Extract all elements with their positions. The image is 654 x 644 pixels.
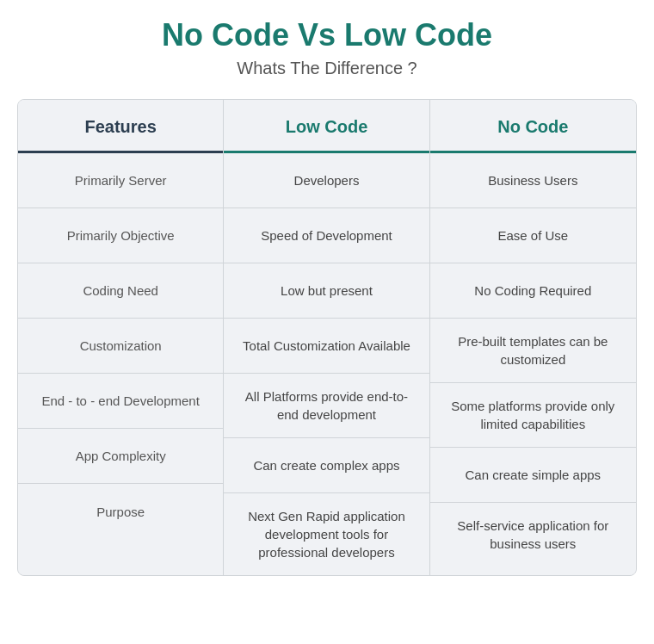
features-header: Features [18,100,223,153]
nocode-column: No Code Business Users Ease of Use No Co… [430,100,636,575]
nocode-row-4: Pre-built templates can be customized [430,319,636,383]
lowcode-row-4: Total Customization Available [224,319,429,374]
page-container: No Code Vs Low Code Whats The Difference… [17,17,637,576]
lowcode-row-7: Next Gen Rapid application development t… [224,493,429,575]
nocode-row-6: Can create simple apps [430,448,636,503]
feature-row-4: Customization [18,319,223,374]
lowcode-header: Low Code [224,100,429,153]
nocode-row-2: Ease of Use [430,208,636,263]
nocode-row-7: Self-service application for business us… [430,503,636,567]
lowcode-row-6: Can create complex apps [224,438,429,493]
feature-row-6: App Complexity [18,429,223,484]
feature-row-1: Primarily Server [18,153,223,208]
feature-row-3: Coding Need [18,263,223,319]
lowcode-row-3: Low but present [224,263,429,319]
feature-row-5: End - to - end Development [18,374,223,429]
subtitle: Whats The Difference ? [17,59,637,78]
nocode-row-1: Business Users [430,153,636,208]
lowcode-row-2: Speed of Development [224,208,429,263]
lowcode-row-5: All Platforms provide end-to-end develop… [224,374,429,438]
lowcode-row-1: Developers [224,153,429,208]
nocode-row-5: Some platforms provide only limited capa… [430,383,636,448]
nocode-header: No Code [430,100,636,153]
title-section: No Code Vs Low Code Whats The Difference… [17,17,637,78]
nocode-row-3: No Coding Required [430,263,636,319]
main-title: No Code Vs Low Code [17,17,637,53]
features-column: Features Primarily Server Primarily Obje… [18,100,224,575]
feature-row-2: Primarily Objective [18,208,223,263]
feature-row-7: Purpose [18,484,223,539]
comparison-table: Features Primarily Server Primarily Obje… [17,99,637,576]
lowcode-column: Low Code Developers Speed of Development… [224,100,429,575]
